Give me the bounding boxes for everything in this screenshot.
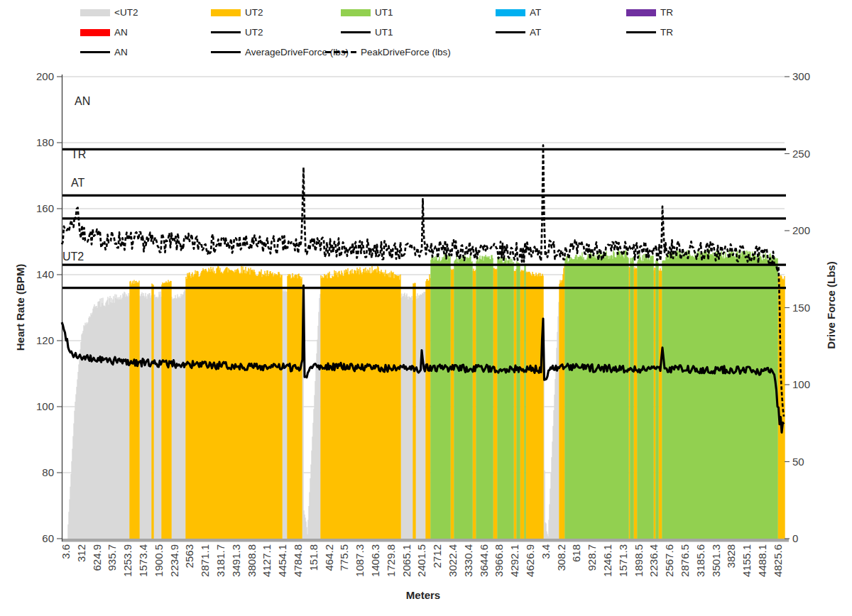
x-tick-label: 3330.4 xyxy=(462,544,474,577)
x-tick-label: 3.4 xyxy=(540,544,552,559)
left-axis-tick-label: 140 xyxy=(36,268,54,280)
x-tick-label: 3185.6 xyxy=(694,544,706,577)
left-axis-tick-label: 80 xyxy=(42,466,54,478)
x-tick-label: 775.5 xyxy=(338,544,350,571)
x-tick-label: 935.7 xyxy=(106,544,118,571)
x-tick-label: 151.8 xyxy=(307,544,320,571)
x-axis-title: Meters xyxy=(406,589,440,601)
x-tick-label: 3808.8 xyxy=(246,544,258,577)
left-axis-tick-label: 100 xyxy=(36,400,54,412)
zone-label-tr: TR xyxy=(71,148,86,160)
x-tick-label: 4127.1 xyxy=(261,544,273,577)
x-tick-label: 1406.3 xyxy=(369,544,381,577)
x-tick-label: 618 xyxy=(570,544,582,562)
left-axis-title: Heart Rate (BPM) xyxy=(14,264,26,351)
x-tick-label: 3966.8 xyxy=(493,544,505,577)
x-tick-label: 1571.3 xyxy=(617,544,629,577)
x-tick-label: 4488.1 xyxy=(756,544,768,577)
x-tick-label: 1898.5 xyxy=(633,544,645,577)
zone-label-at: AT xyxy=(71,177,84,189)
x-tick-label: 1729.8 xyxy=(385,544,397,577)
left-axis-tick-label: 180 xyxy=(36,136,54,148)
right-axis-title: Drive Force (Lbs) xyxy=(825,261,837,348)
x-tick-label: 4155.1 xyxy=(741,544,753,577)
x-tick-label: 2401.5 xyxy=(415,544,427,577)
right-axis-tick-label: 0 xyxy=(792,532,798,544)
x-tick-label: 4825.6 xyxy=(772,544,784,577)
x-tick-label: 4784.8 xyxy=(292,544,304,577)
right-axis-tick-label: 150 xyxy=(792,302,810,314)
x-tick-label: 3828 xyxy=(725,544,737,568)
chart-svg: ANTRATUT22001801601401201008060300250200… xyxy=(0,0,852,616)
left-axis-tick-label: 200 xyxy=(36,70,54,82)
x-tick-label: 3.6 xyxy=(60,544,72,559)
right-axis-tick-label: 300 xyxy=(792,70,810,82)
x-tick-label: 2712 xyxy=(431,544,443,568)
x-tick-label: 3491.3 xyxy=(230,544,242,577)
chart-canvas: <UT2UT2UT1ATTRANUT2UT1ATTRANAverageDrive… xyxy=(0,0,852,616)
x-tick-label: 1900.5 xyxy=(153,544,165,577)
right-axis-tick-label: 250 xyxy=(792,148,810,160)
hr-zone-area xyxy=(431,249,777,539)
x-tick-label: 2563 xyxy=(183,544,195,568)
x-tick-label: 464.2 xyxy=(323,544,335,571)
x-tick-label: 3022.4 xyxy=(447,544,459,577)
x-tick-label: 4626.9 xyxy=(524,544,536,577)
x-tick-label: 3644.6 xyxy=(478,544,490,577)
x-tick-label: 312 xyxy=(75,544,87,562)
x-tick-label: 1253.9 xyxy=(121,544,133,577)
x-tick-label: 2236.4 xyxy=(648,544,660,577)
left-axis-tick-label: 160 xyxy=(36,202,54,214)
x-tick-label: 2876.5 xyxy=(679,544,691,577)
left-axis-tick-label: 60 xyxy=(42,532,54,544)
right-axis-tick-label: 50 xyxy=(792,456,804,468)
zone-label-an: AN xyxy=(75,95,90,107)
x-tick-label: 928.7 xyxy=(586,544,598,571)
x-tick-label: 2567.6 xyxy=(663,544,675,577)
x-tick-label: 1087.3 xyxy=(354,544,366,577)
left-axis-tick-label: 120 xyxy=(36,334,54,346)
x-tick-label: 4454.1 xyxy=(276,544,288,577)
x-tick-label: 2871.1 xyxy=(199,544,211,577)
x-tick-label: 1573.4 xyxy=(137,544,149,577)
zone-label-ut2: UT2 xyxy=(62,251,84,263)
x-axis-line xyxy=(62,539,789,542)
right-axis-tick-label: 100 xyxy=(792,378,810,390)
x-tick-label: 3181.7 xyxy=(214,544,226,577)
x-tick-label: 308.2 xyxy=(555,544,567,571)
x-tick-label: 1246.1 xyxy=(601,544,613,577)
x-tick-label: 624.9 xyxy=(91,544,103,571)
right-axis-tick-label: 200 xyxy=(792,224,810,236)
x-tick-label: 2065.1 xyxy=(400,544,413,577)
x-tick-label: 4292.1 xyxy=(508,544,520,577)
x-tick-label: 3501.3 xyxy=(710,544,722,577)
x-tick-label: 2234.9 xyxy=(168,544,180,577)
